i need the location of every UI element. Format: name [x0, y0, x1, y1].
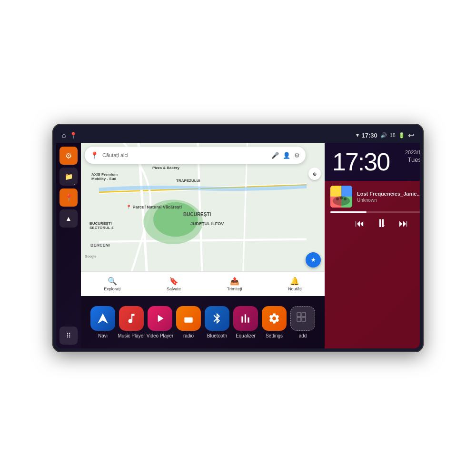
radio-icon — [176, 306, 201, 331]
map-pin-icon: 📍 — [65, 194, 73, 201]
app-grid: Navi Music Player Video Player — [81, 296, 325, 348]
map-label-pizza: Pizza & Bakery — [152, 166, 179, 170]
map-label-buc: BUCUREȘTI — [183, 212, 211, 217]
map-label-axis: AXIS PremiumMobility - Sud — [91, 172, 118, 181]
svg-rect-19 — [297, 313, 301, 317]
mic-icon[interactable]: 🎤 — [271, 152, 279, 159]
bluetooth-icon — [205, 306, 229, 331]
app-music-player[interactable]: Music Player — [117, 306, 146, 338]
map-label-berceni: BERCENI — [90, 243, 110, 248]
equalizer-label: Equalizer — [236, 333, 256, 338]
app-bluetooth[interactable]: Bluetooth — [203, 306, 231, 338]
svg-rect-26 — [341, 186, 352, 197]
status-time: 17:30 — [362, 132, 377, 139]
svg-rect-22 — [302, 317, 306, 321]
add-icon — [290, 306, 315, 331]
map-search-bar[interactable]: 📍 Căutați aici 🎤 👤 ⚙ — [85, 147, 306, 164]
map-label-s4: BUCUREȘTISECTORUL 4 — [89, 221, 113, 230]
main-area: ⚙ 📁 📍 ▲ ⠿ — [56, 143, 420, 348]
maps-status-icon[interactable]: 📍 — [69, 132, 77, 139]
app-radio[interactable]: radio — [174, 306, 203, 338]
svg-rect-20 — [302, 313, 306, 317]
music-player-label: Music Player — [118, 333, 145, 338]
svg-point-30 — [344, 198, 347, 200]
map-nav-saved[interactable]: 🔖 Salvate — [167, 277, 181, 291]
music-widget: Lost Frequencies_Janie... Unknown ⏮ ⏸ ⏭ — [325, 181, 420, 348]
svg-point-29 — [340, 197, 343, 199]
clock-day: Tuesday — [405, 156, 420, 163]
svg-rect-17 — [245, 314, 246, 322]
app-navi[interactable]: Navi — [89, 306, 117, 338]
map-nav-news[interactable]: 🔔 Noutăți — [288, 277, 302, 291]
sidebar-settings-btn[interactable]: ⚙ — [60, 147, 78, 165]
music-controls: ⏮ ⏸ ⏭ — [330, 217, 420, 230]
prev-track-btn[interactable]: ⏮ — [355, 218, 365, 229]
navi-label: Navi — [98, 333, 108, 338]
music-progress-fill — [330, 211, 367, 213]
sidebar-files-btn[interactable]: 📁 — [60, 168, 78, 186]
sidebar-maps-btn[interactable]: 📍 — [60, 188, 78, 207]
back-icon[interactable]: ↩ — [408, 131, 414, 140]
video-player-label: Video Player — [147, 333, 174, 338]
clock-time: 17:30 — [332, 149, 389, 174]
volume-icon: 🔊 — [380, 132, 387, 139]
map-nav-explore[interactable]: 🔍 Explorați — [104, 277, 120, 291]
app-settings[interactable]: Settings — [260, 306, 288, 338]
svg-point-28 — [336, 198, 339, 200]
map-label-google: Google — [85, 255, 96, 258]
map-search-text[interactable]: Căutați aici — [102, 152, 268, 158]
app-equalizer[interactable]: Equalizer — [231, 306, 260, 338]
home-icon[interactable]: ⌂ — [62, 131, 66, 139]
map-label-ilfov: JUDEȚUL ILFOV — [190, 221, 224, 226]
map-container[interactable]: 📍 Căutați aici 🎤 👤 ⚙ AXIS PremiumMobilit… — [81, 143, 325, 296]
add-label: add — [299, 333, 307, 338]
wifi-icon: ▾ — [356, 132, 359, 139]
explore-icon: 🔍 — [108, 277, 117, 286]
bluetooth-label: Bluetooth — [207, 333, 227, 338]
news-icon: 🔔 — [290, 277, 299, 286]
clock-year-date: 2023/12/12 — [405, 149, 420, 155]
music-artist: Unknown — [357, 198, 420, 203]
saved-icon: 🔖 — [169, 277, 178, 286]
screen: ⌂ 📍 ▾ 17:30 🔊 18 🔋 ↩ — [56, 128, 420, 348]
send-icon: 📤 — [230, 277, 239, 286]
play-pause-btn[interactable]: ⏸ — [376, 217, 387, 230]
svg-rect-24 — [330, 186, 341, 197]
files-icon: 📁 — [65, 173, 73, 180]
equalizer-icon — [233, 306, 258, 331]
music-player-icon — [119, 306, 144, 331]
map-bottom-nav: 🔍 Explorați 🔖 Salvate 📤 Trimiteți � — [81, 271, 325, 296]
music-info: Lost Frequencies_Janie... Unknown — [357, 191, 420, 203]
app-video-player[interactable]: Video Player — [146, 306, 174, 338]
menu-icon[interactable]: ⚙ — [294, 152, 300, 159]
grid-icon: ⠿ — [66, 332, 71, 339]
svg-rect-18 — [248, 317, 249, 323]
map-fab-btn[interactable]: ★ — [306, 252, 321, 268]
music-progress-bar[interactable] — [330, 211, 420, 213]
app-add[interactable]: add — [288, 306, 317, 338]
explore-label: Explorați — [104, 287, 120, 291]
navi-icon — [90, 306, 115, 331]
clock-widget: 17:30 2023/12/12 Tuesday — [325, 143, 420, 181]
music-title: Lost Frequencies_Janie... — [357, 191, 420, 197]
sidebar-nav-btn[interactable]: ▲ — [60, 209, 78, 228]
account-icon[interactable]: 👤 — [283, 152, 290, 159]
car-head-unit: ⌂ 📍 ▾ 17:30 🔊 18 🔋 ↩ — [52, 124, 424, 352]
next-track-btn[interactable]: ⏭ — [399, 218, 408, 229]
news-label: Noutăți — [288, 287, 302, 291]
right-panel: 17:30 2023/12/12 Tuesday — [325, 143, 420, 348]
radio-label: radio — [183, 333, 194, 338]
sidebar-grid-btn[interactable]: ⠿ — [60, 327, 78, 345]
map-compass[interactable]: ⊕ — [308, 168, 321, 180]
svg-rect-21 — [297, 317, 301, 321]
battery-icon: 🔋 — [398, 132, 405, 139]
video-player-icon — [148, 306, 172, 331]
map-nav-send[interactable]: 📤 Trimiteți — [227, 277, 242, 291]
music-track-info: Lost Frequencies_Janie... Unknown — [330, 186, 420, 208]
settings-icon: ⚙ — [65, 151, 72, 160]
settings-label: Settings — [266, 333, 283, 338]
saved-label: Salvate — [167, 287, 181, 291]
clock-date: 2023/12/12 Tuesday — [405, 149, 420, 163]
map-label-parc: 📍 Parcul Natural Văcărești — [126, 205, 182, 209]
left-sidebar: ⚙ 📁 📍 ▲ ⠿ — [56, 143, 81, 348]
